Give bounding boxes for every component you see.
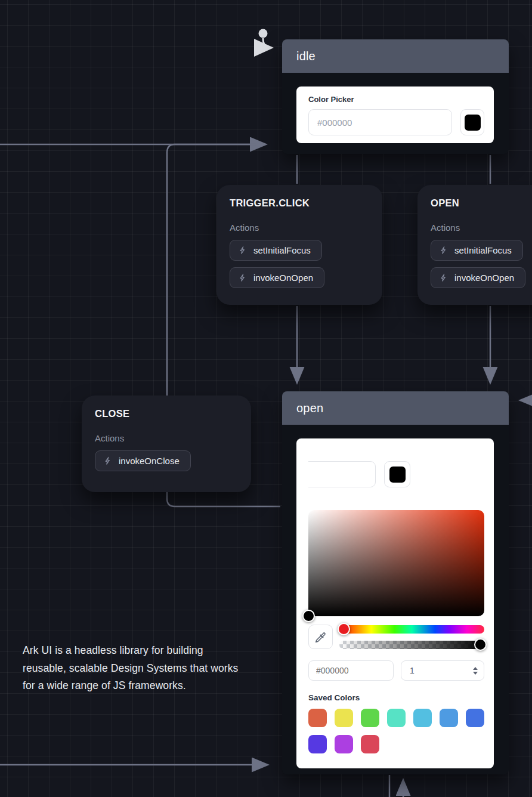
- color-picker-preview-card: Color Picker: [296, 87, 494, 143]
- hex-value-input[interactable]: [308, 660, 394, 681]
- stepper-down-icon[interactable]: [473, 672, 478, 675]
- color-picker-label: Color Picker: [308, 95, 484, 104]
- hue-slider[interactable]: [339, 625, 484, 634]
- saved-color-swatch[interactable]: [413, 709, 432, 727]
- lightning-icon: [440, 246, 448, 255]
- saturation-thumb[interactable]: [302, 610, 315, 622]
- hex-color-input[interactable]: [308, 109, 452, 135]
- actions-label: Actions: [230, 223, 369, 233]
- saved-color-swatch[interactable]: [335, 709, 353, 727]
- event-title-trigger-click: TRIGGER.CLICK: [230, 197, 369, 209]
- saved-color-swatch[interactable]: [361, 735, 379, 753]
- saved-color-swatch[interactable]: [308, 735, 327, 753]
- alpha-thumb[interactable]: [474, 638, 487, 651]
- state-header-open[interactable]: open: [282, 391, 509, 425]
- state-body-open: Saved Colors: [282, 425, 509, 768]
- alpha-value-field[interactable]: [401, 660, 484, 681]
- saved-colors-label: Saved Colors: [308, 693, 484, 702]
- action-label: setInitialFocus: [454, 245, 512, 255]
- saved-color-swatch[interactable]: [440, 709, 458, 727]
- actions-label: Actions: [431, 223, 532, 233]
- event-node-open[interactable]: OPEN Actions setInitialFocus invokeOnOpe…: [417, 185, 532, 305]
- hex-color-input[interactable]: [308, 461, 376, 487]
- saved-color-swatch[interactable]: [387, 709, 406, 727]
- alpha-slider[interactable]: [339, 641, 484, 649]
- lightning-icon: [440, 273, 448, 282]
- color-picker-preview-clipped: [308, 447, 484, 487]
- sliders-row: [308, 625, 484, 649]
- state-header-idle[interactable]: idle: [282, 39, 509, 73]
- lightning-icon: [239, 246, 247, 255]
- state-title-idle: idle: [296, 50, 316, 63]
- action-pill-set-initial-focus[interactable]: setInitialFocus: [230, 240, 322, 261]
- actions-label: Actions: [95, 433, 238, 443]
- saved-color-swatch[interactable]: [308, 709, 327, 727]
- action-label: invokeOnOpen: [253, 273, 313, 283]
- action-pill-invoke-on-close[interactable]: invokeOnClose: [95, 450, 191, 471]
- stepper-up-icon[interactable]: [473, 667, 478, 670]
- event-node-close[interactable]: CLOSE Actions invokeOnClose: [82, 396, 251, 492]
- color-picker-open-card: Saved Colors: [296, 438, 494, 768]
- color-picker-preview-row: [308, 109, 484, 135]
- color-swatch-trigger-button[interactable]: [384, 461, 410, 487]
- eyedropper-button[interactable]: [308, 625, 333, 649]
- saturation-brightness-area[interactable]: [308, 510, 484, 616]
- saved-color-swatch[interactable]: [466, 709, 484, 727]
- lightning-icon: [104, 456, 112, 465]
- event-title-open: OPEN: [431, 197, 532, 209]
- state-title-open: open: [296, 401, 323, 415]
- state-node-idle[interactable]: idle Color Picker: [282, 39, 509, 154]
- color-swatch-trigger-button[interactable]: [460, 109, 484, 135]
- action-pill-invoke-on-open[interactable]: invokeOnOpen: [431, 267, 525, 288]
- event-title-close: CLOSE: [95, 408, 238, 419]
- action-pill-invoke-on-open[interactable]: invokeOnOpen: [230, 267, 324, 288]
- hue-thumb[interactable]: [338, 623, 350, 635]
- statechart-canvas[interactable]: idle Color Picker TRIGGER.CLICK Actions …: [0, 0, 532, 797]
- actions-list: setInitialFocus invokeOnOpen: [431, 240, 532, 288]
- state-node-open[interactable]: open: [282, 391, 509, 774]
- action-pill-set-initial-focus[interactable]: setInitialFocus: [431, 240, 523, 261]
- eyedropper-icon: [315, 631, 327, 643]
- initial-state-indicator: [259, 29, 271, 48]
- lightning-icon: [239, 273, 247, 282]
- saved-colors-grid: [308, 709, 484, 753]
- current-color-chip: [465, 115, 481, 131]
- alpha-stepper[interactable]: [473, 667, 478, 675]
- action-label: invokeOnClose: [119, 456, 180, 466]
- actions-list: invokeOnClose: [95, 450, 238, 471]
- saved-color-swatch[interactable]: [361, 709, 379, 727]
- value-inputs-row: [308, 660, 484, 681]
- slider-tracks: [339, 625, 484, 649]
- current-color-chip: [389, 467, 406, 483]
- alpha-value-input[interactable]: [409, 665, 473, 676]
- saved-color-swatch[interactable]: [335, 735, 353, 753]
- action-label: setInitialFocus: [253, 245, 311, 255]
- ark-ui-tagline: Ark UI is a headless library for buildin…: [23, 642, 245, 695]
- actions-list: setInitialFocus invokeOnOpen: [230, 240, 369, 288]
- action-label: invokeOnOpen: [454, 273, 514, 283]
- state-body-idle: Color Picker: [282, 73, 509, 143]
- event-node-trigger-click[interactable]: TRIGGER.CLICK Actions setInitialFocus in…: [216, 185, 382, 305]
